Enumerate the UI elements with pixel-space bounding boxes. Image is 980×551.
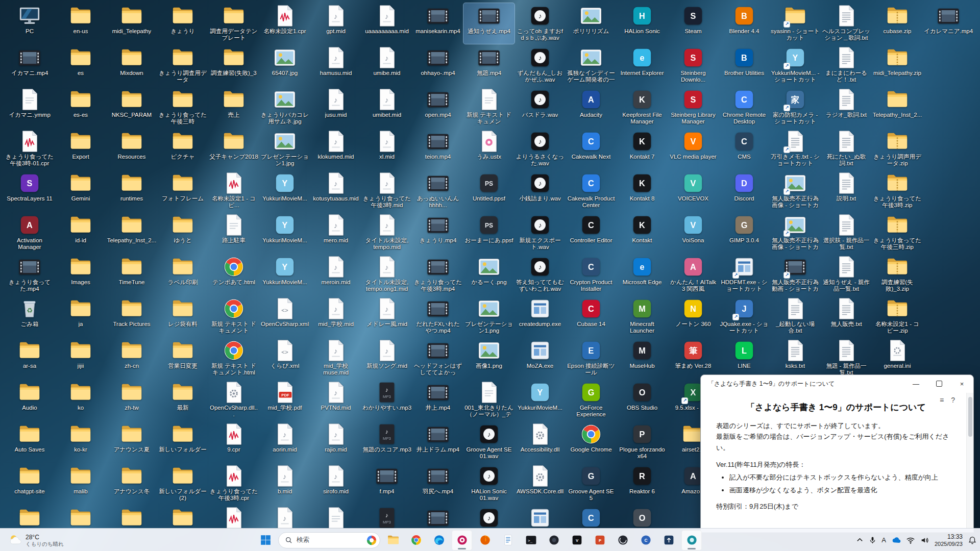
- desktop-icon[interactable]: MMuseHub: [617, 338, 668, 379]
- taskbar-obs-studio[interactable]: [612, 530, 633, 550]
- desktop-icon[interactable]: きょうり食ってた午後三時.zip: [872, 212, 923, 253]
- desktop-icon[interactable]: ♪メドレー風.mid: [361, 296, 412, 337]
- desktop-icon[interactable]: イカレマニア.mp4: [923, 3, 974, 44]
- desktop-icon[interactable]: general.ini: [872, 338, 923, 379]
- desktop-icon[interactable]: かるーく.png: [463, 254, 514, 295]
- desktop-icon[interactable]: 通知うぜえ.mp4: [463, 3, 514, 44]
- desktop-icon[interactable]: GGIMP 3.0.4: [719, 212, 770, 253]
- desktop-icon[interactable]: Auto Saves: [4, 421, 55, 462]
- menu-icon[interactable]: ≡: [940, 396, 944, 404]
- desktop-icon[interactable]: ピクチャ: [157, 129, 208, 169]
- desktop-icon[interactable]: DDiscord: [719, 170, 770, 211]
- desktop-icon[interactable]: イカマニ.ymmp: [4, 87, 55, 128]
- desktop-icon[interactable]: 9.cpr: [208, 421, 259, 462]
- desktop-icon[interactable]: ↗HDDFMT.exe - ショートカット: [719, 254, 770, 295]
- desktop-icon[interactable]: 家↗家の防犯カメラ - ショートカット: [770, 87, 821, 128]
- taskbar-steam-app[interactable]: [544, 530, 564, 550]
- desktop-icon[interactable]: GGroove Agent SE 5: [566, 463, 617, 504]
- desktop-icon[interactable]: ♪xl.mid: [361, 129, 412, 169]
- desktop-icon[interactable]: OOBS Studio: [617, 380, 668, 420]
- desktop-icon[interactable]: ♪sirofo.mid: [310, 463, 361, 504]
- desktop-icon[interactable]: teion.mp4: [412, 129, 463, 169]
- desktop-icon[interactable]: 通知うぜえ - 親作品一覧.txt: [821, 254, 872, 295]
- close-button[interactable]: ×: [950, 375, 973, 392]
- desktop-icon[interactable]: ↗無人販売不正行為 画像 - ショートカット: [770, 170, 821, 211]
- desktop-icon[interactable]: EEpson 接続診断ツール: [566, 338, 617, 379]
- desktop-icon[interactable]: VVOICEVOX: [668, 170, 719, 211]
- desktop-icon[interactable]: フォトフレーム: [157, 170, 208, 211]
- desktop-icon[interactable]: ♪hamusu.mid: [310, 45, 361, 86]
- desktop-icon[interactable]: Aかんたん！AITalk 3 関西風: [668, 254, 719, 295]
- desktop-icon[interactable]: ♪klokumed.mid: [310, 129, 361, 169]
- taskbar-word-document[interactable]: [498, 530, 518, 550]
- desktop-icon[interactable]: SSteinberg Downlo...: [668, 45, 719, 86]
- desktop-icon[interactable]: Accessibility.dll: [514, 421, 566, 462]
- desktop-icon[interactable]: malib: [55, 463, 106, 504]
- desktop-icon[interactable]: ↗無人販売不正行為 画像 - ショートカット: [770, 212, 821, 253]
- desktop-icon[interactable]: 65407.jpg: [259, 45, 310, 86]
- desktop-icon[interactable]: きょうり食ってた午後3時-01.cpr: [4, 129, 55, 169]
- taskbar-file-explorer[interactable]: [383, 530, 403, 550]
- desktop-icon[interactable]: zh-cn: [106, 338, 157, 379]
- desktop-icon[interactable]: midi_Telepathy: [106, 3, 157, 44]
- desktop-icon[interactable]: 路上駐車: [208, 212, 259, 253]
- desktop-icon[interactable]: ko: [55, 380, 106, 420]
- desktop-icon[interactable]: 羽尻へ.mp4: [412, 463, 463, 504]
- desktop-icon[interactable]: zh-tw: [106, 380, 157, 420]
- desktop-icon[interactable]: jijii: [55, 338, 106, 379]
- taskbar-firefox[interactable]: [475, 530, 495, 550]
- desktop-icon[interactable]: きょうり調査用データ: [157, 45, 208, 86]
- desktop-icon[interactable]: 新規 テキスト ドキュメント (2).html: [208, 296, 259, 337]
- desktop-icon[interactable]: ゆうと: [157, 212, 208, 253]
- desktop-icon[interactable]: 孤独なインディーゲーム開発者の一生...: [566, 45, 617, 86]
- desktop-icon[interactable]: 調査練習(失敗)_3.zip: [872, 254, 923, 295]
- desktop-icon[interactable]: きょうり食ってた午後3時.zip: [872, 170, 923, 211]
- help-icon[interactable]: ?: [951, 396, 955, 404]
- dialog-scrollbar[interactable]: [966, 393, 973, 532]
- taskbar-uploader-app[interactable]: [658, 530, 679, 550]
- desktop-icon[interactable]: MoZA.exe: [514, 338, 566, 379]
- desktop-icon[interactable]: 新しいフォルダー: [157, 421, 208, 462]
- desktop-icon[interactable]: chatgpt-site: [4, 463, 55, 504]
- desktop-icon[interactable]: Gemini: [55, 170, 106, 211]
- desktop-icon[interactable]: ♪b.mid: [259, 463, 310, 504]
- desktop-icon[interactable]: あっぬいいんんhhhh...: [412, 170, 463, 211]
- desktop-icon[interactable]: ♪よりうるさくなった.wav: [514, 129, 566, 169]
- desktop-icon[interactable]: 画像1.png: [463, 338, 514, 379]
- desktop-icon[interactable]: BBrother Utilities: [719, 45, 770, 86]
- desktop-icon[interactable]: ar-sa: [4, 338, 55, 379]
- desktop-icon[interactable]: ♪kotusytuaaus.mid: [310, 170, 361, 211]
- desktop-icon[interactable]: KKontakt 8: [617, 170, 668, 211]
- desktop-icon[interactable]: Export: [55, 129, 106, 169]
- desktop-icon[interactable]: manisekarin.mp4: [412, 3, 463, 44]
- desktop-icon[interactable]: きょうり食ってた午後三時: [157, 87, 208, 128]
- scrollbar-thumb[interactable]: [968, 397, 972, 437]
- desktop-icon[interactable]: 筆筆まめ Ver.28: [668, 338, 719, 379]
- desktop-icon[interactable]: MMinecraft Launcher: [617, 296, 668, 337]
- desktop-icon[interactable]: J↗JQuake.exe - ショートカット: [719, 296, 770, 337]
- desktop-icon[interactable]: きょうり食ってた午後3時.mp4: [412, 254, 463, 295]
- desktop-icon[interactable]: きょうり調声用データ.zip: [872, 129, 923, 169]
- taskbar-terminal[interactable]: >_: [521, 530, 541, 550]
- taskbar-cubase-app[interactable]: C: [635, 530, 656, 550]
- desktop-icon[interactable]: イカマニ.mp4: [4, 45, 55, 86]
- desktop-icon[interactable]: ♪こってoh ますおf d s b ぷあ.wav: [514, 3, 566, 44]
- desktop-icon[interactable]: CCrypton Product Installer: [566, 254, 617, 295]
- desktop-icon[interactable]: f.mp4: [361, 463, 412, 504]
- dialog-titlebar[interactable]: 「さよなら手書き 1〜9」のサポートについて — ×: [701, 375, 973, 392]
- mic-tray-button[interactable]: [869, 536, 876, 544]
- desktop-icon[interactable]: ヘルスコンプレッション＿歌詞.txt: [821, 3, 872, 44]
- desktop-icon[interactable]: 営業日変更: [157, 338, 208, 379]
- desktop-icon[interactable]: 説明.txt: [821, 170, 872, 211]
- desktop-icon[interactable]: 父子キャンプ2018: [208, 129, 259, 169]
- desktop-icon[interactable]: ♪gpt.mid: [310, 3, 361, 44]
- ime-indicator[interactable]: A: [881, 536, 886, 544]
- desktop-icon[interactable]: まにまにわーるど！.txt: [821, 45, 872, 86]
- desktop-icon[interactable]: ♪jusu.mid: [310, 87, 361, 128]
- desktop-icon[interactable]: PSUntitled.ppsf: [463, 170, 514, 211]
- desktop-icon[interactable]: CCakewalk Product Center: [566, 170, 617, 211]
- desktop-icon[interactable]: BBlender 4.4: [719, 3, 770, 44]
- desktop-icon[interactable]: アナウンス夏: [106, 421, 157, 462]
- desktop-icon[interactable]: KKontakt 7: [617, 129, 668, 169]
- desktop-icon[interactable]: ♪小銭詰まり.wav: [514, 170, 566, 211]
